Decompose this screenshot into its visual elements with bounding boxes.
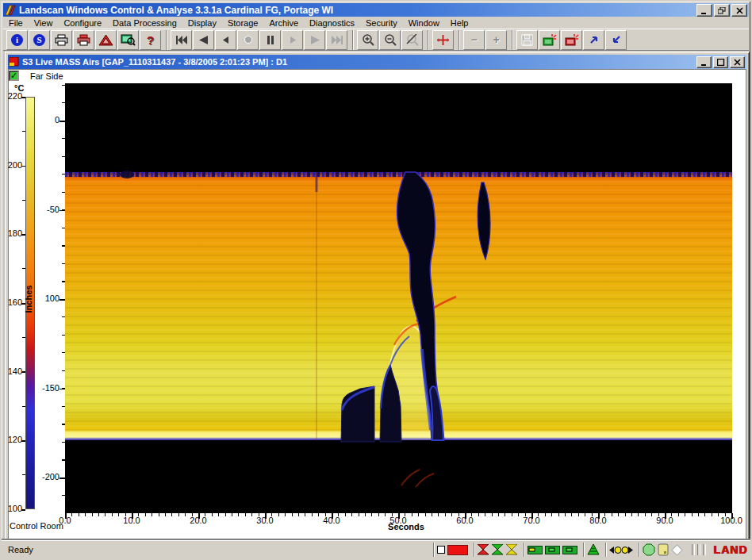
go-to-start-icon [175,36,188,44]
arrow-up-right-icon [589,34,600,45]
status-tray: LAND [433,543,750,557]
frame-outline-icon[interactable] [437,546,445,554]
far-side-checkbox[interactable]: ✓ [9,71,19,81]
menu-item-data-processing[interactable]: Data Processing [107,17,182,29]
pause-icon [266,36,275,44]
info-button[interactable]: i [6,30,28,50]
app-icon [5,5,16,16]
crosshair-button[interactable] [432,30,454,50]
step-back-button[interactable] [215,30,236,50]
shuttle-icon[interactable] [609,546,633,554]
contract-button[interactable]: − [463,30,485,50]
menu-item-storage[interactable]: Storage [222,17,264,29]
crosshair-icon [435,34,451,46]
save-icon [521,34,533,46]
heatmap-under-arc-1 [401,470,420,485]
play-button[interactable] [304,30,325,50]
title-bar[interactable]: Landscan Windows Control & Analyse 3.3.1… [3,3,749,17]
menu-item-diagnostics[interactable]: Diagnostics [304,17,360,29]
red-banner-icon[interactable] [447,545,468,555]
menu-item-file[interactable]: File [3,17,29,29]
y-axis-tick--200: -200 [33,472,59,481]
alarm-capture-red-button[interactable] [561,30,582,50]
step-back-icon [220,36,232,44]
toolbar-group-5 [516,30,631,50]
zoom-out-icon [384,34,397,46]
zoom-off-button[interactable] [401,30,423,50]
octagon-green-icon[interactable] [643,543,655,556]
far-side-row: ✓ Far Side [9,71,63,81]
control-room-label: Control Room [10,521,63,531]
record-button[interactable] [237,30,259,50]
go-to-end-button[interactable] [326,30,347,50]
arrow-up-right-button[interactable] [583,30,604,50]
valve-green-icon[interactable] [492,544,504,555]
close-button[interactable] [731,4,747,17]
document-title: S3 Live MASS Airs [GAP_1110311437 - 3/8/… [22,57,287,67]
print-preview-button[interactable] [117,30,139,50]
tank-green-b-icon[interactable] [562,546,577,554]
doc-minimize-button[interactable] [696,56,712,68]
menu-item-display[interactable]: Display [182,17,222,29]
tank-yellow-icon[interactable] [528,546,543,554]
step-forward-button[interactable] [282,30,303,50]
tray-group-2 [524,543,581,557]
expand-button[interactable]: + [485,30,507,50]
zoom-in-button[interactable] [357,30,378,50]
zoom-off-icon [406,34,419,46]
restore-button[interactable] [714,4,730,17]
y-axis-majortick [59,299,65,301]
minimize-button[interactable] [696,4,712,17]
heatmap-defect-notch [120,171,134,178]
diamond-white-icon[interactable] [671,544,683,556]
menu-item-view[interactable]: View [29,17,59,29]
toolbar-group-4: −+ [463,30,512,50]
help-button[interactable]: ? [140,30,161,50]
toolbar-group-3 [432,30,459,50]
y-axis-tick-100: 100 [33,293,59,303]
doc-close-button[interactable] [730,56,745,68]
colorbar-tick-180: 180 [0,228,22,238]
alarm-capture-green-button[interactable] [539,30,560,50]
colorbar-majortick [21,97,25,98]
tank-green-a-icon[interactable] [545,546,560,554]
menu-bar: FileViewConfigureData ProcessingDisplayS… [3,17,749,29]
status-bar: Ready LAND [2,540,752,558]
menu-item-help[interactable]: Help [445,17,474,29]
menu-item-window[interactable]: Window [403,17,445,29]
menu-item-configure[interactable]: Configure [58,17,107,29]
document-title-bar[interactable]: S3 Live MASS Airs [GAP_1110311437 - 3/8/… [8,55,746,69]
separator-bar [703,544,706,555]
x-axis-majortick [398,513,400,519]
alarm-triangle-button[interactable] [95,30,117,50]
doc-maximize-button[interactable] [713,56,728,68]
heatmap-defects [65,83,732,513]
save-button[interactable] [516,30,538,50]
tray-group-4 [605,543,636,557]
heatmap-under-arc-2 [416,474,434,487]
system-status-button[interactable]: S [29,30,50,50]
arrow-down-left-button[interactable] [605,30,627,50]
window-controls [696,4,747,17]
menu-item-archive[interactable]: Archive [263,17,304,29]
note-yellow-icon[interactable] [658,543,669,556]
furnace-triangle-icon[interactable] [587,544,600,555]
thermal-heatmap[interactable] [65,83,732,513]
menu-item-security[interactable]: Security [360,17,403,29]
print-alarm-button[interactable] [73,30,94,50]
zoom-out-button[interactable] [379,30,401,50]
x-axis-majortick [731,513,733,519]
colorbar-majortick [21,509,25,511]
x-axis-majortick [598,513,600,519]
print-icon [54,34,69,46]
print-button[interactable] [51,30,72,50]
pause-button[interactable] [259,30,281,50]
rewind-button[interactable] [193,30,214,50]
valve-yellow-icon[interactable] [506,544,518,555]
alarm-capture-green-icon [543,34,557,46]
go-to-start-button[interactable] [171,30,192,50]
valve-red-icon[interactable] [478,544,489,555]
separator-bar [697,544,700,555]
x-axis-majortick [132,513,133,519]
tray-group-0 [433,543,471,557]
